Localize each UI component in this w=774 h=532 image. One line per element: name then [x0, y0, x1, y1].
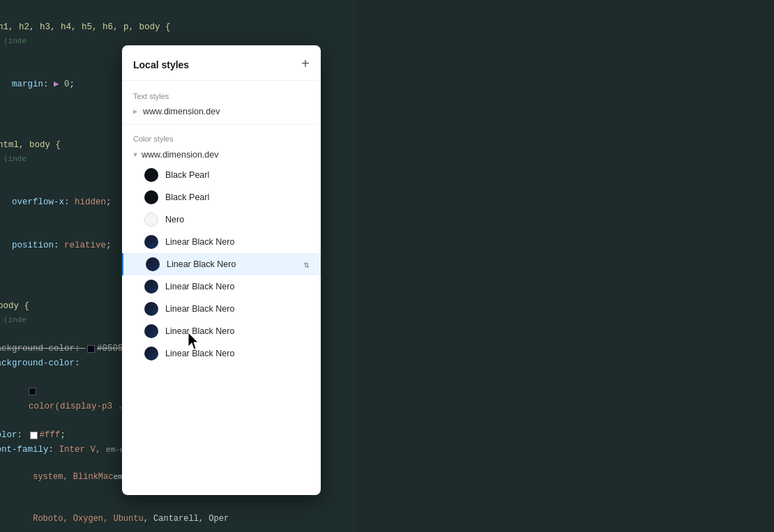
color-item-6[interactable]: Linear Black Nero	[122, 298, 321, 320]
color-name-8: Linear Black Nero	[165, 349, 234, 358]
color-item-1[interactable]: Black Pearl	[122, 186, 321, 208]
color-item-8[interactable]: Linear Black Nero	[122, 342, 321, 365]
text-style-name: www.dimension.dev	[143, 107, 220, 116]
color-name-3: Linear Black Nero	[165, 237, 234, 247]
color-item-0[interactable]: Black Pearl	[122, 164, 321, 186]
color-name-6: Linear Black Nero	[165, 304, 234, 314]
color-item-7[interactable]: Linear Black Nero	[122, 320, 321, 342]
color-name-4: Linear Black Nero	[167, 259, 236, 269]
color-swatch-4	[146, 257, 160, 271]
color-styles-label: Color styles	[122, 129, 321, 146]
color-name-7: Linear Black Nero	[165, 326, 234, 336]
text-styles-label: Text styles	[122, 86, 321, 103]
color-name-5: Linear Black Nero	[165, 282, 234, 291]
panel-body: Text styles ▶ www.dimension.dev Color st…	[122, 81, 321, 492]
color-item-4[interactable]: Linear Black Nero ⇅	[122, 253, 321, 275]
color-swatch-3	[144, 235, 158, 249]
color-swatch-1	[144, 190, 158, 204]
color-name-1: Black Pearl	[165, 192, 209, 202]
add-style-button[interactable]: +	[301, 58, 310, 72]
color-swatch-0	[144, 168, 158, 182]
color-swatch-5	[144, 280, 158, 294]
color-item-3[interactable]: Linear Black Nero	[122, 231, 321, 253]
code-property-continuation: Roboto, Oxygen, Ubuntu, Cantarell, Oper	[0, 499, 347, 532]
color-swatch-2	[144, 213, 158, 227]
chevron-right-icon: ▶	[133, 107, 137, 116]
color-section-name: www.dimension.dev	[142, 150, 218, 160]
panel-header: Local styles +	[122, 45, 321, 81]
color-item-2[interactable]: Nero	[122, 208, 321, 231]
color-item-5[interactable]: Linear Black Nero	[122, 275, 321, 298]
chevron-down-icon: ▼	[133, 151, 137, 159]
style-options-icon[interactable]: ⇅	[304, 259, 310, 271]
text-style-item[interactable]: ▶ www.dimension.dev	[122, 103, 321, 120]
color-swatch-8	[144, 347, 158, 360]
local-styles-panel: Local styles + Text styles ▶ www.dimensi…	[122, 45, 321, 495]
color-swatch-6	[144, 302, 158, 316]
color-section-header[interactable]: ▼ www.dimension.dev	[122, 146, 321, 164]
color-name-0: Black Pearl	[165, 170, 209, 180]
left-code-panel: q-b5313e1 :id="a"> ild/q-9f7 ion> h1, h2…	[0, 0, 356, 532]
color-swatch-7	[144, 324, 158, 338]
panel-title: Local styles	[133, 59, 189, 70]
color-name-2: Nero	[165, 215, 184, 225]
section-divider	[122, 124, 321, 125]
